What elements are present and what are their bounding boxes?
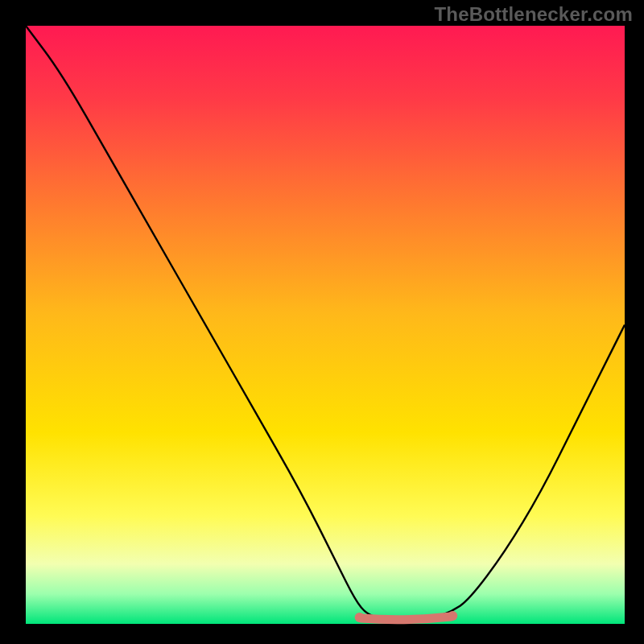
- watermark-text: TheBottlenecker.com: [434, 3, 633, 26]
- plot-background: [26, 26, 625, 624]
- optimal-range-dot-left: [355, 613, 365, 622]
- optimal-range-dot-right: [448, 611, 457, 621]
- bottleneck-chart: [0, 0, 644, 644]
- optimal-range-marker: [361, 617, 452, 620]
